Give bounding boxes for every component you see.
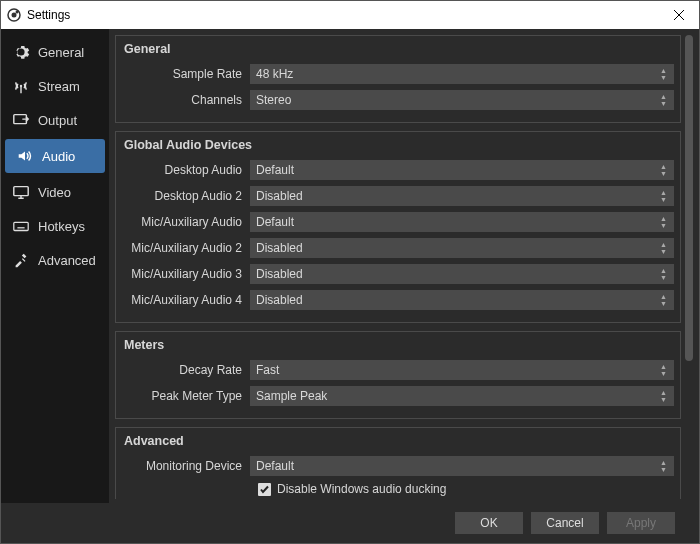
label-mic-3: Mic/Auxiliary Audio 3 [122, 267, 250, 281]
row-sample-rate: Sample Rate 48 kHz ▲▼ [122, 62, 674, 86]
row-monitoring: Monitoring Device Default ▲▼ [122, 454, 674, 478]
combo-mic-2[interactable]: Disabled ▲▼ [250, 238, 674, 258]
combo-value: Fast [256, 363, 279, 377]
row-mic-4: Mic/Auxiliary Audio 4 Disabled ▲▼ [122, 288, 674, 312]
spinner-icon: ▲▼ [660, 456, 670, 476]
combo-value: Disabled [256, 293, 303, 307]
row-channels: Channels Stereo ▲▼ [122, 88, 674, 112]
combo-channels[interactable]: Stereo ▲▼ [250, 90, 674, 110]
group-title: Meters [122, 336, 674, 356]
row-mic-3: Mic/Auxiliary Audio 3 Disabled ▲▼ [122, 262, 674, 286]
tools-icon [11, 250, 31, 270]
combo-sample-rate[interactable]: 48 kHz ▲▼ [250, 64, 674, 84]
sidebar-item-label: Audio [42, 149, 75, 164]
sidebar-item-label: Output [38, 113, 77, 128]
sidebar-item-hotkeys[interactable]: Hotkeys [1, 209, 109, 243]
close-icon[interactable] [659, 1, 699, 29]
group-title: Global Audio Devices [122, 136, 674, 156]
combo-value: Default [256, 459, 294, 473]
sidebar: General Stream [1, 29, 109, 503]
button-bar: OK Cancel Apply [1, 503, 699, 543]
label-mic-4: Mic/Auxiliary Audio 4 [122, 293, 250, 307]
svg-point-1 [12, 13, 17, 18]
spinner-icon: ▲▼ [660, 386, 670, 406]
combo-mic-4[interactable]: Disabled ▲▼ [250, 290, 674, 310]
checkbox-ducking[interactable] [258, 483, 271, 496]
sidebar-item-label: Video [38, 185, 71, 200]
label-monitoring: Monitoring Device [122, 459, 250, 473]
label-mic-2: Mic/Auxiliary Audio 2 [122, 241, 250, 255]
sidebar-item-label: Stream [38, 79, 80, 94]
row-peak: Peak Meter Type Sample Peak ▲▼ [122, 384, 674, 408]
combo-monitoring[interactable]: Default ▲▼ [250, 456, 674, 476]
sidebar-item-label: General [38, 45, 84, 60]
keyboard-icon [11, 216, 31, 236]
label-channels: Channels [122, 93, 250, 107]
label-mic-1: Mic/Auxiliary Audio [122, 215, 250, 229]
combo-desktop-audio[interactable]: Default ▲▼ [250, 160, 674, 180]
row-ducking: Disable Windows audio ducking [122, 482, 674, 496]
combo-value: Stereo [256, 93, 291, 107]
spinner-icon: ▲▼ [660, 186, 670, 206]
label-sample-rate: Sample Rate [122, 67, 250, 81]
sidebar-item-general[interactable]: General [1, 35, 109, 69]
titlebar: Settings [1, 1, 699, 29]
body-main: General Stream [1, 29, 699, 503]
vertical-scrollbar[interactable] [683, 35, 695, 443]
sidebar-item-video[interactable]: Video [1, 175, 109, 209]
scrollbar-thumb[interactable] [685, 35, 693, 361]
label-desktop-audio: Desktop Audio [122, 163, 250, 177]
spinner-icon: ▲▼ [660, 160, 670, 180]
row-desktop-audio-2: Desktop Audio 2 Disabled ▲▼ [122, 184, 674, 208]
svg-point-5 [20, 85, 22, 87]
group-devices: Global Audio Devices Desktop Audio Defau… [115, 131, 681, 323]
combo-value: Disabled [256, 267, 303, 281]
svg-rect-8 [14, 187, 28, 196]
gear-icon [11, 42, 31, 62]
output-icon [11, 110, 31, 130]
combo-decay[interactable]: Fast ▲▼ [250, 360, 674, 380]
combo-value: Sample Peak [256, 389, 327, 403]
spinner-icon: ▲▼ [660, 212, 670, 232]
window-title: Settings [27, 8, 659, 22]
window-body: General Stream [1, 29, 699, 543]
content-pane: General Sample Rate 48 kHz ▲▼ Channels S [109, 29, 699, 503]
combo-mic-1[interactable]: Default ▲▼ [250, 212, 674, 232]
group-title: General [122, 40, 674, 60]
svg-point-2 [16, 11, 19, 14]
combo-desktop-audio-2[interactable]: Disabled ▲▼ [250, 186, 674, 206]
monitor-icon [11, 182, 31, 202]
sidebar-item-output[interactable]: Output [1, 103, 109, 137]
spinner-icon: ▲▼ [660, 64, 670, 84]
group-title: Advanced [122, 432, 674, 452]
row-desktop-audio: Desktop Audio Default ▲▼ [122, 158, 674, 182]
svg-rect-11 [14, 222, 28, 230]
settings-window: Settings General [0, 0, 700, 544]
spinner-icon: ▲▼ [660, 90, 670, 110]
row-decay: Decay Rate Fast ▲▼ [122, 358, 674, 382]
label-decay: Decay Rate [122, 363, 250, 377]
group-general: General Sample Rate 48 kHz ▲▼ Channels S [115, 35, 681, 123]
sidebar-item-label: Advanced [38, 253, 96, 268]
sidebar-item-stream[interactable]: Stream [1, 69, 109, 103]
antenna-icon [11, 76, 31, 96]
cancel-button[interactable]: Cancel [531, 512, 599, 534]
spinner-icon: ▲▼ [660, 264, 670, 284]
spinner-icon: ▲▼ [660, 238, 670, 258]
group-advanced: Advanced Monitoring Device Default ▲▼ [115, 427, 681, 499]
label-ducking: Disable Windows audio ducking [277, 482, 446, 496]
speaker-icon [15, 146, 35, 166]
combo-value: Disabled [256, 241, 303, 255]
apply-button[interactable]: Apply [607, 512, 675, 534]
row-mic-1: Mic/Auxiliary Audio Default ▲▼ [122, 210, 674, 234]
combo-peak[interactable]: Sample Peak ▲▼ [250, 386, 674, 406]
combo-value: Default [256, 215, 294, 229]
ok-button[interactable]: OK [455, 512, 523, 534]
sidebar-item-audio[interactable]: Audio [5, 139, 105, 173]
sidebar-item-advanced[interactable]: Advanced [1, 243, 109, 277]
combo-value: Disabled [256, 189, 303, 203]
group-meters: Meters Decay Rate Fast ▲▼ Peak Meter Typ… [115, 331, 681, 419]
row-mic-2: Mic/Auxiliary Audio 2 Disabled ▲▼ [122, 236, 674, 260]
spinner-icon: ▲▼ [660, 290, 670, 310]
combo-mic-3[interactable]: Disabled ▲▼ [250, 264, 674, 284]
